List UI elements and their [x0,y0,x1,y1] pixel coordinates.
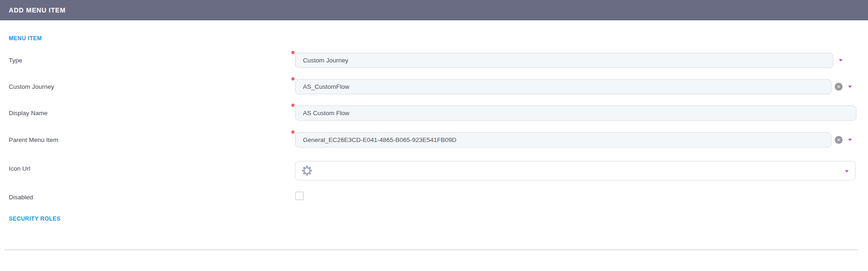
type-label: Type [0,53,295,64]
custom-journey-input[interactable] [295,79,832,94]
custom-journey-control: ✕ [295,79,852,94]
chevron-down-icon[interactable] [848,139,852,141]
section-divider [5,249,857,250]
disabled-label: Disabled [0,191,295,201]
type-input[interactable] [295,53,833,68]
chevron-down-icon[interactable] [839,59,843,62]
dialog-title: ADD MENU ITEM [9,6,66,14]
parent-menu-item-label: Parent Menu Item [0,132,295,144]
parent-menu-item-input[interactable] [295,132,832,148]
display-name-input[interactable] [295,105,856,121]
dialog-titlebar: ADD MENU ITEM [0,0,868,20]
custom-journey-field-wrap [295,79,832,94]
display-name-control [295,105,856,121]
section-header-security-roles: SECURITY ROLES [9,216,868,222]
disabled-checkbox[interactable] [295,191,304,200]
icon-url-label: Icon Url [0,161,295,172]
section-header-menu-item: MENU ITEM [9,35,868,42]
form-row-display-name: Display Name [0,105,868,121]
form-row-parent-menu-item: Parent Menu Item ✕ [0,132,868,148]
form-row-icon-url: Icon Url [0,161,868,180]
custom-journey-label: Custom Journey [0,79,295,91]
display-name-field-wrap [295,105,856,121]
required-dot [291,77,295,80]
required-dot [291,51,295,54]
form-row-disabled: Disabled [0,191,868,201]
display-name-label: Display Name [0,105,295,117]
required-dot [291,130,295,134]
clear-circle-icon[interactable]: ✕ [835,83,843,91]
disabled-control [295,191,304,200]
clear-circle-icon[interactable]: ✕ [835,136,843,144]
type-control [295,53,843,68]
form-row-type: Type [0,53,868,68]
form-row-custom-journey: Custom Journey ✕ [0,79,868,94]
chevron-down-icon[interactable] [848,86,852,88]
parent-menu-item-field-wrap [295,132,832,148]
icon-url-control [295,161,856,180]
gear-icon [302,166,312,176]
required-dot [291,104,295,107]
icon-url-picker[interactable] [295,161,856,180]
parent-menu-item-control: ✕ [295,132,852,148]
chevron-down-icon[interactable] [845,170,849,172]
type-field-wrap [295,53,833,68]
